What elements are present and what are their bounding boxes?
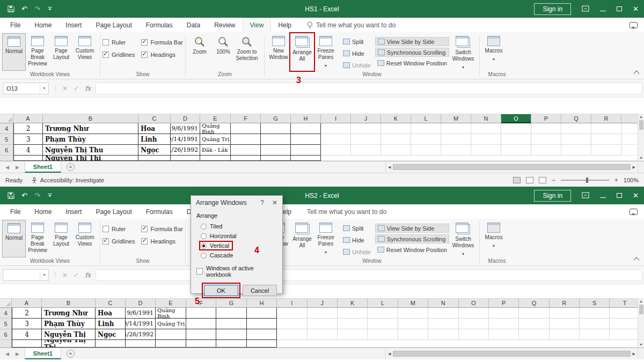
cell[interactable] — [126, 340, 156, 348]
cell[interactable] — [351, 145, 381, 156]
new-sheet-icon[interactable] — [67, 350, 75, 358]
name-box-arrow-icon[interactable] — [40, 83, 48, 94]
close-button[interactable]: ✕ — [633, 5, 639, 12]
zoom-to-selection-button[interactable]: Zoom to Selection — [235, 33, 259, 71]
cell[interactable]: Phạm Thùy — [42, 319, 96, 329]
cell[interactable] — [441, 145, 471, 156]
cell[interactable] — [561, 134, 591, 145]
cell[interactable] — [247, 319, 277, 329]
page-layout-view-mode-icon[interactable] — [526, 177, 533, 183]
view-side-by-side-button[interactable]: View Side by Side — [375, 224, 449, 233]
cell[interactable]: 4/26/1992 — [171, 145, 200, 156]
cell[interactable] — [531, 134, 561, 145]
insert-function-icon[interactable]: fx — [85, 271, 91, 279]
column-header[interactable]: M — [398, 299, 428, 308]
cell[interactable] — [398, 319, 428, 329]
cell[interactable] — [519, 329, 549, 340]
cell[interactable]: 10/14/1991 — [126, 319, 156, 329]
dialog-close-icon[interactable]: ✕ — [272, 199, 277, 206]
cell[interactable]: 9/6/1991 — [126, 308, 156, 319]
cell[interactable] — [501, 123, 531, 134]
sheet-tab-sheet1[interactable]: Sheet1 — [25, 161, 61, 173]
tab-insert[interactable]: Insert — [58, 204, 89, 219]
vertical-scroll-thumb[interactable] — [639, 305, 643, 314]
cell[interactable] — [411, 123, 441, 134]
cell[interactable] — [231, 145, 261, 156]
cell[interactable] — [247, 329, 277, 340]
column-header[interactable]: I — [321, 114, 351, 123]
headings-checkbox[interactable]: Headings — [141, 238, 183, 245]
cell[interactable] — [561, 145, 591, 156]
tab-formulas[interactable]: Formulas — [139, 204, 180, 219]
column-header[interactable]: C — [96, 299, 126, 308]
column-header[interactable]: J — [308, 299, 338, 308]
cancel-entry-icon[interactable]: ✕ — [62, 271, 68, 279]
cell[interactable] — [501, 134, 531, 145]
cell[interactable] — [321, 134, 351, 145]
zoom-slider-thumb[interactable] — [586, 178, 588, 183]
scroll-down-icon[interactable]: ▼ — [639, 156, 643, 160]
zoom-out-icon[interactable]: − — [552, 176, 555, 184]
scroll-right-icon[interactable]: ▶ — [633, 165, 635, 169]
cell[interactable] — [580, 308, 610, 319]
tab-page-layout[interactable]: Page Layout — [89, 204, 138, 219]
cell[interactable] — [368, 329, 398, 340]
maximize-button[interactable] — [617, 6, 622, 11]
unhide-button[interactable]: Unhide — [341, 61, 373, 70]
cell[interactable] — [489, 319, 519, 329]
cell[interactable] — [261, 134, 291, 145]
cell[interactable]: Phạm Thùy — [43, 134, 138, 145]
cell[interactable] — [186, 308, 216, 319]
column-header[interactable]: R — [550, 299, 580, 308]
tab-data[interactable]: Data — [180, 18, 207, 32]
column-header[interactable]: A — [12, 299, 42, 308]
column-header[interactable]: L — [368, 299, 398, 308]
cell[interactable]: 4 — [13, 145, 43, 156]
cell[interactable] — [531, 123, 561, 134]
horizontal-scroll-thumb[interactable] — [393, 351, 630, 357]
tab-review[interactable]: Review — [207, 18, 242, 32]
cancel-entry-icon[interactable]: ✕ — [62, 85, 68, 92]
close-button[interactable]: ✕ — [633, 192, 639, 199]
custom-views-button[interactable]: Custom Views — [73, 33, 97, 71]
cell[interactable] — [231, 156, 261, 161]
cell[interactable] — [459, 308, 489, 319]
cell[interactable] — [231, 123, 261, 134]
zoom-button[interactable]: Zoom — [188, 33, 211, 71]
column-header[interactable]: C — [138, 114, 171, 123]
cell[interactable] — [441, 123, 471, 134]
cell[interactable]: 3 — [13, 134, 43, 145]
accessibility-status[interactable]: Accessibility: Investigate — [31, 177, 104, 183]
cell[interactable]: Quảng Bình — [200, 123, 231, 134]
column-header[interactable]: B — [43, 114, 138, 123]
tiled-option[interactable]: Tiled — [196, 221, 277, 231]
tab-home[interactable]: Home — [27, 204, 58, 219]
confirm-entry-icon[interactable]: ✓ — [74, 271, 79, 279]
cell[interactable] — [411, 134, 441, 145]
cell[interactable] — [171, 156, 200, 161]
column-header[interactable]: H — [291, 114, 321, 123]
cell[interactable] — [247, 308, 277, 319]
cell[interactable] — [231, 134, 261, 145]
cell[interactable]: 10/14/1991 — [171, 134, 200, 145]
dialog-title-bar[interactable]: Arrange Windows ? ✕ — [191, 196, 282, 209]
cell[interactable] — [610, 308, 640, 319]
column-header[interactable]: K — [381, 114, 411, 123]
ruler-checkbox[interactable]: Ruler — [103, 226, 135, 232]
name-box[interactable]: O13 — [3, 83, 49, 94]
freeze-panes-button[interactable]: Freeze Panes — [314, 220, 338, 257]
cell[interactable] — [291, 134, 321, 145]
column-header[interactable]: O — [459, 299, 489, 308]
split-button[interactable]: Split — [341, 224, 373, 233]
unhide-button[interactable]: Unhide — [341, 247, 373, 256]
cell[interactable] — [351, 134, 381, 145]
split-button[interactable]: Split — [341, 37, 373, 46]
cell[interactable] — [321, 123, 351, 134]
insert-function-icon[interactable]: fx — [85, 85, 91, 92]
macros-button[interactable]: Macros — [482, 33, 506, 71]
cell[interactable] — [591, 145, 621, 156]
sheet-tab-sheet1[interactable]: Sheet1 — [25, 348, 61, 359]
row-header[interactable]: 5 — [0, 319, 12, 329]
cell[interactable] — [489, 329, 519, 340]
cell[interactable]: 4/26/1992 — [126, 329, 156, 340]
